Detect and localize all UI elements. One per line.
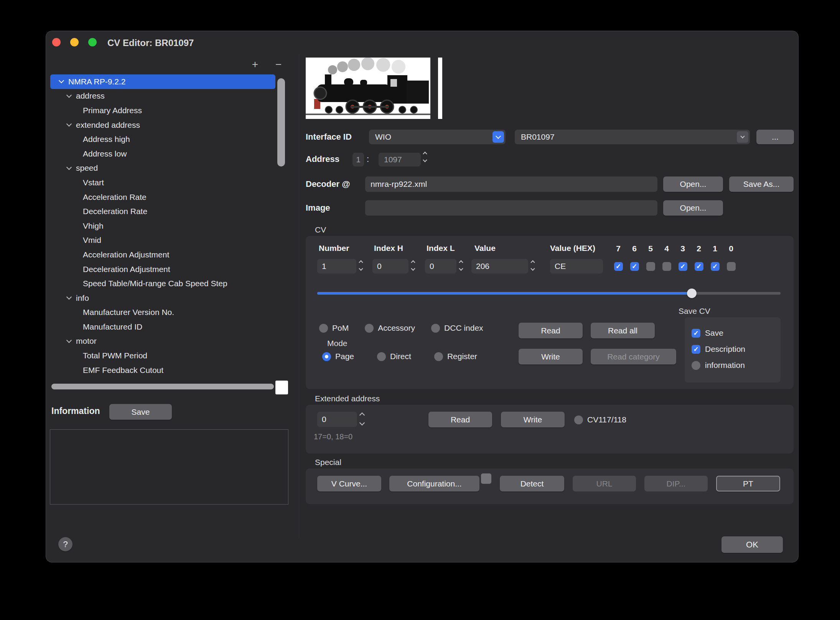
checked-checkbox-icon[interactable]: ✓ (679, 262, 687, 271)
cv-index-h-field[interactable]: 0 (372, 259, 408, 274)
tree-item[interactable]: speed (50, 161, 275, 176)
cv-index-l-stepper[interactable] (460, 261, 463, 270)
mode-radio-page[interactable]: Page (322, 352, 354, 361)
zoom-button[interactable] (88, 38, 97, 46)
v-curve-button[interactable]: V Curve... (317, 476, 381, 491)
save-cv-option[interactable]: ✓Save (692, 325, 781, 341)
tree-item[interactable]: Vhigh (50, 219, 275, 233)
tree-item[interactable]: info (50, 291, 275, 305)
tree-item[interactable]: Vmid (50, 233, 275, 248)
tree-item[interactable]: Manufacturer Version No. (50, 305, 275, 320)
stepper-up-icon[interactable] (423, 152, 427, 156)
chevron-down-icon[interactable] (66, 92, 72, 98)
url-button[interactable]: URL (573, 476, 636, 491)
tree-item[interactable]: Deceleration Adjustment (50, 262, 275, 277)
dcc-index-checkbox[interactable]: DCC index (431, 323, 483, 333)
vertical-scrollbar[interactable] (277, 78, 285, 167)
tree-item[interactable]: Deceleration Rate (50, 204, 275, 219)
cv-value-hex-field[interactable]: CE (550, 259, 603, 274)
chevron-down-icon[interactable] (66, 121, 72, 127)
pt-button[interactable]: PT (716, 476, 780, 491)
unchecked-circle-icon[interactable] (574, 416, 583, 424)
pom-checkbox[interactable]: PoM (319, 323, 349, 333)
checked-checkbox-icon[interactable]: ✓ (695, 262, 703, 271)
add-button[interactable]: + (249, 59, 261, 70)
tree-item[interactable]: Acceleration Rate (50, 190, 275, 204)
information-textarea[interactable] (50, 429, 288, 505)
decoder-name-select[interactable]: BR01097 (515, 130, 750, 144)
chevron-down-icon[interactable] (66, 165, 72, 170)
decoder-open-button[interactable]: Open... (663, 176, 723, 192)
address-stepper[interactable] (423, 152, 427, 162)
tree-item[interactable]: extended address (50, 118, 275, 132)
checked-checkbox-icon[interactable]: ✓ (614, 262, 623, 271)
save-information-button[interactable]: Save (109, 404, 172, 420)
image-open-button[interactable]: Open... (663, 200, 723, 216)
slider-knob[interactable] (687, 289, 697, 298)
tree-item[interactable]: NMRA RP-9.2.2 (50, 74, 275, 89)
checked-checkbox-icon[interactable]: ✓ (692, 345, 700, 354)
unchecked-circle-icon[interactable] (365, 324, 374, 333)
locomotive-image[interactable] (306, 58, 430, 119)
help-button[interactable]: ? (58, 537, 72, 551)
cv117-118-checkbox[interactable]: CV117/118 (574, 415, 626, 424)
configuration-button[interactable]: Configuration... (389, 476, 479, 491)
close-button[interactable] (52, 38, 61, 46)
extended-address-field[interactable]: 0 (317, 412, 357, 427)
save-cv-option[interactable]: ✓Description (692, 341, 781, 357)
stepper-down-icon[interactable] (423, 158, 427, 162)
tree-item[interactable]: Speed Table/Mid-range Cab Speed Step (50, 276, 275, 291)
chevron-down-icon[interactable] (492, 131, 504, 143)
unchecked-checkbox-icon[interactable] (692, 361, 700, 370)
decoder-file-field[interactable]: nmra-rp922.xml (365, 176, 657, 192)
checked-checkbox-icon[interactable]: ✓ (692, 329, 700, 338)
address-index-field[interactable]: 1 (352, 153, 364, 167)
unchecked-checkbox-icon[interactable] (662, 262, 671, 271)
read-category-button[interactable]: Read category (591, 349, 676, 364)
read-button[interactable]: Read (519, 323, 583, 338)
horizontal-scrollbar[interactable] (51, 384, 274, 389)
interface-id-select[interactable]: WIO (369, 130, 506, 144)
unchecked-checkbox-icon[interactable] (727, 262, 736, 271)
tree-item[interactable]: Acceleration Adjustment (50, 247, 275, 262)
read-all-button[interactable]: Read all (591, 323, 655, 338)
mode-radio-direct[interactable]: Direct (377, 352, 411, 361)
more-options-button[interactable]: ... (756, 130, 794, 144)
cv-number-stepper[interactable] (359, 261, 362, 270)
cv-index-l-field[interactable]: 0 (425, 259, 456, 274)
checked-checkbox-icon[interactable]: ✓ (630, 262, 639, 271)
chevron-down-icon[interactable] (66, 338, 72, 343)
extended-read-button[interactable]: Read (428, 412, 492, 427)
stepper-up-icon[interactable] (359, 412, 365, 418)
address-value-field[interactable]: 1097 (379, 153, 421, 167)
accessory-checkbox[interactable]: Accessory (365, 323, 415, 333)
tree-item[interactable]: Address low (50, 147, 275, 161)
cv-value-field[interactable]: 206 (471, 259, 528, 274)
detect-button[interactable]: Detect (500, 476, 564, 491)
decoder-save-as-button[interactable]: Save As... (729, 176, 794, 192)
unchecked-checkbox-icon[interactable] (646, 262, 655, 271)
write-button[interactable]: Write (519, 349, 583, 364)
tree-item[interactable]: Address high (50, 132, 275, 147)
tree-item[interactable]: Vstart (50, 175, 275, 190)
extended-write-button[interactable]: Write (501, 412, 565, 427)
tree-item[interactable]: Total PWM Period (50, 348, 275, 363)
tree-item[interactable]: address (50, 89, 275, 104)
chevron-down-icon[interactable] (66, 294, 72, 300)
save-cv-option[interactable]: information (692, 357, 781, 373)
stepper-down-icon[interactable] (359, 420, 365, 425)
extended-address-stepper[interactable] (360, 413, 364, 425)
unchecked-circle-icon[interactable] (431, 324, 440, 333)
chevron-down-icon[interactable] (59, 78, 64, 83)
image-file-field[interactable] (365, 200, 657, 216)
unchecked-circle-icon[interactable] (319, 324, 328, 333)
cv-value-stepper[interactable] (531, 261, 534, 270)
selected-radio-icon[interactable] (322, 352, 331, 361)
ok-button[interactable]: OK (721, 536, 783, 553)
tree-item[interactable]: motor (50, 334, 275, 349)
tree-item[interactable]: Manufactured ID (50, 320, 275, 334)
cv-value-slider[interactable] (317, 288, 781, 298)
radio-icon[interactable] (434, 352, 443, 361)
minimize-button[interactable] (70, 38, 79, 46)
chevron-down-icon[interactable] (737, 131, 748, 143)
